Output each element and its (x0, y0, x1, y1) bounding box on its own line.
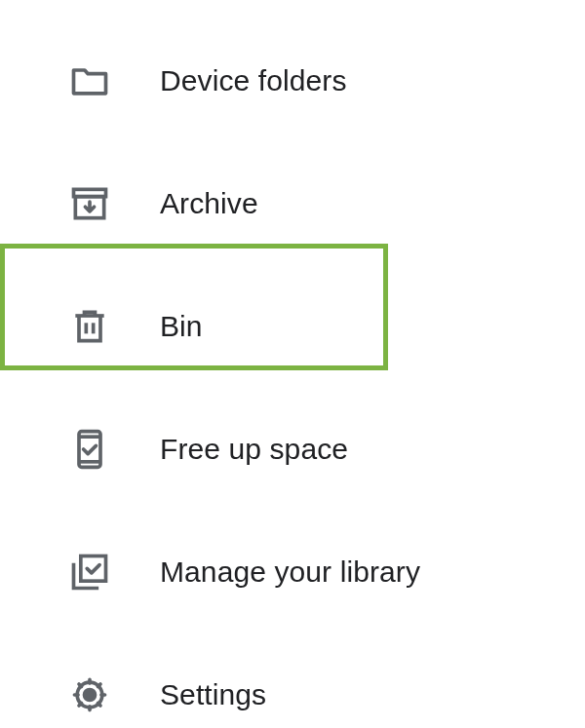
menu-item-bin[interactable]: Bin (0, 265, 585, 388)
gear-icon (68, 673, 111, 716)
menu-item-label: Archive (160, 187, 258, 220)
svg-point-4 (85, 690, 96, 701)
menu-item-settings[interactable]: Settings (0, 633, 585, 728)
menu-item-device-folders[interactable]: Device folders (0, 19, 585, 142)
menu-item-label: Settings (160, 678, 266, 711)
svg-rect-3 (81, 556, 106, 582)
menu-item-label: Bin (160, 310, 203, 343)
menu-item-label: Free up space (160, 433, 348, 466)
archive-icon (68, 182, 111, 225)
menu-list: Device folders Archive Bin (0, 0, 585, 728)
library-check-icon (68, 551, 111, 594)
menu-item-manage-library[interactable]: Manage your library (0, 511, 585, 633)
menu-item-label: Manage your library (160, 556, 420, 589)
menu-item-archive[interactable]: Archive (0, 142, 585, 265)
menu-item-label: Device folders (160, 64, 346, 97)
phone-check-icon (68, 428, 111, 471)
menu-item-free-up-space[interactable]: Free up space (0, 388, 585, 511)
folder-icon (68, 59, 111, 102)
trash-icon (68, 305, 111, 348)
